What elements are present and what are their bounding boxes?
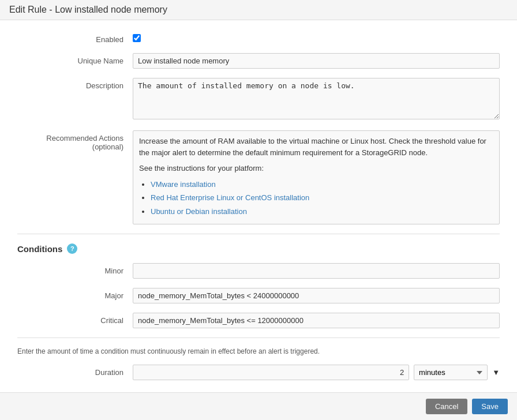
major-control xyxy=(133,288,500,303)
minor-input[interactable] xyxy=(133,263,500,279)
major-row: Major xyxy=(17,288,500,303)
critical-row: Critical xyxy=(17,313,500,328)
recommended-actions-text1: Increase the amount of RAM available to … xyxy=(139,136,493,158)
link-vmware[interactable]: VMware installation xyxy=(151,180,216,189)
conditions-help-icon[interactable]: ? xyxy=(67,243,77,254)
link-ubuntu[interactable]: Ubuntu or Debian installation xyxy=(151,207,247,216)
duration-info-text: Enter the amount of time a condition mus… xyxy=(17,347,500,355)
footer-buttons: Cancel Save xyxy=(0,392,517,420)
conditions-title: Conditions xyxy=(17,244,62,254)
enabled-row: Enabled xyxy=(17,32,500,44)
major-label: Major xyxy=(17,288,133,300)
critical-input[interactable] xyxy=(133,313,500,328)
recommended-actions-control: Increase the amount of RAM available to … xyxy=(133,130,500,224)
conditions-header: Conditions ? xyxy=(17,243,500,254)
major-input[interactable] xyxy=(133,288,500,303)
enabled-control xyxy=(133,32,500,42)
enabled-label: Enabled xyxy=(17,32,133,44)
recommended-actions-links: VMware installation Red Hat Enterprise L… xyxy=(139,179,493,217)
duration-input[interactable] xyxy=(133,365,409,380)
recommended-actions-box: Increase the amount of RAM available to … xyxy=(133,130,500,224)
section-divider xyxy=(17,234,500,234)
unique-name-row: Unique Name xyxy=(17,53,500,69)
recommended-actions-label: Recommended Actions (optional) xyxy=(17,130,133,151)
critical-control xyxy=(133,313,500,328)
duration-control: minutes hours days ▼ xyxy=(133,365,500,380)
description-label: Description xyxy=(17,78,133,90)
cancel-button[interactable]: Cancel xyxy=(426,399,467,414)
link-redhat[interactable]: Red Hat Enterprise Linux or CentOS insta… xyxy=(151,193,309,202)
recommended-actions-text2: See the instructions for your platform: xyxy=(139,163,493,174)
unique-name-input[interactable] xyxy=(133,53,500,69)
critical-label: Critical xyxy=(17,313,133,325)
description-control: The amount of installed memory on a node… xyxy=(133,78,500,121)
page-title: Edit Rule - Low installed node memory xyxy=(0,0,517,20)
section-divider-2 xyxy=(17,337,500,338)
minor-row: Minor xyxy=(17,263,500,279)
unique-name-control xyxy=(133,53,500,69)
form-container: Enabled Unique Name Description The amou… xyxy=(0,20,517,417)
minor-control xyxy=(133,263,500,279)
unique-name-label: Unique Name xyxy=(17,53,133,65)
duration-row: Duration minutes hours days ▼ xyxy=(17,365,500,380)
description-row: Description The amount of installed memo… xyxy=(17,78,500,121)
enabled-checkbox[interactable] xyxy=(133,34,141,42)
duration-label: Duration xyxy=(17,365,133,377)
duration-select[interactable]: minutes hours days xyxy=(414,365,488,380)
save-button[interactable]: Save xyxy=(472,399,508,414)
description-textarea[interactable]: The amount of installed memory on a node… xyxy=(133,78,500,119)
recommended-actions-row: Recommended Actions (optional) Increase … xyxy=(17,130,500,224)
minor-label: Minor xyxy=(17,263,133,275)
